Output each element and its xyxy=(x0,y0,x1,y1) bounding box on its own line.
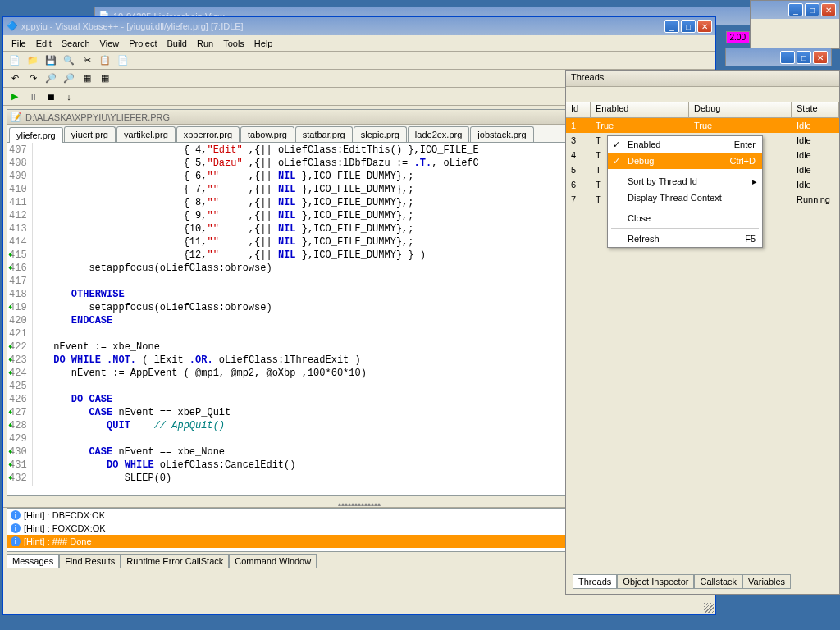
btab-find-results[interactable]: Find Results xyxy=(59,554,121,568)
menu-separator xyxy=(611,228,759,229)
line-gutter: 4074084094104114124134144154164174184194… xyxy=(7,143,33,486)
bg-close-button-2[interactable]: ✕ xyxy=(821,3,836,16)
cut-icon[interactable]: ✂ xyxy=(79,53,95,68)
search-next-icon[interactable]: 🔎 xyxy=(61,71,77,86)
threads-btab-object-inspector[interactable]: Object Inspector xyxy=(617,574,694,589)
file-icon: 📝 xyxy=(11,112,22,122)
run-icon[interactable]: ▶ xyxy=(7,89,23,104)
tool-icon-1[interactable]: ↶ xyxy=(7,71,23,86)
search-icon[interactable]: 🔎 xyxy=(43,71,59,86)
menu-edit[interactable]: Edit xyxy=(31,37,57,50)
bg-small-titlebar-2: _ □ ✕ xyxy=(726,48,831,66)
threads-btab-callstack[interactable]: Callstack xyxy=(694,574,742,589)
tab-yartikel-prg[interactable]: yartikel.prg xyxy=(116,126,176,142)
btab-messages[interactable]: Messages xyxy=(7,554,59,568)
cm-sort-by-thread-id[interactable]: Sort by Thread Id xyxy=(608,173,762,189)
tab-yiucrt-prg[interactable]: yiucrt.prg xyxy=(64,126,116,142)
tab-tabow-prg[interactable]: tabow.prg xyxy=(240,126,294,142)
threads-btab-variables[interactable]: Variables xyxy=(742,574,791,589)
tab-lade2ex-prg[interactable]: lade2ex.prg xyxy=(408,126,470,142)
tab-yliefer-prg[interactable]: yliefer.prg xyxy=(9,127,63,143)
main-close-button[interactable]: ✕ xyxy=(697,20,712,33)
cm-debug[interactable]: DebugCtrl+D xyxy=(608,153,762,169)
main-titlebar[interactable]: 🔷 xppyiu - Visual Xbase++ - [yiugui.dll/… xyxy=(3,17,715,35)
binoculars-icon[interactable]: 🔍 xyxy=(61,53,77,68)
col-enabled[interactable]: Enabled xyxy=(591,102,689,117)
info-icon: i xyxy=(11,536,21,546)
pause-icon[interactable]: ⏸ xyxy=(25,89,41,104)
menu-view[interactable]: View xyxy=(95,37,125,50)
menu-tools[interactable]: Tools xyxy=(218,37,249,50)
cm-display-thread-context[interactable]: Display Thread Context xyxy=(608,189,762,206)
menu-build[interactable]: Build xyxy=(162,37,192,50)
open-icon[interactable]: 📁 xyxy=(25,53,41,68)
copy-icon[interactable]: 📋 xyxy=(97,53,113,68)
bg-max-button[interactable]: □ xyxy=(805,3,819,16)
tab-xpperror-prg[interactable]: xpperror.prg xyxy=(176,126,240,142)
threads-header: Id Enabled Debug State xyxy=(566,102,839,118)
main-title: xppyiu - Visual Xbase++ - [yiugui.dll/yl… xyxy=(21,21,664,31)
bg-small-window-2: _ □ ✕ xyxy=(725,48,832,66)
toolbar-1: 📄 📁 💾 🔍 ✂ 📋 📄 xyxy=(3,52,715,70)
stop-icon[interactable]: ⏹ xyxy=(43,89,59,104)
new-file-icon[interactable]: 📄 xyxy=(7,53,23,68)
main-min-button[interactable]: _ xyxy=(664,20,679,33)
col-id[interactable]: Id xyxy=(566,102,591,117)
cm-close[interactable]: Close xyxy=(608,210,762,226)
cm-refresh[interactable]: RefreshF5 xyxy=(608,231,762,247)
menu-separator xyxy=(611,171,759,171)
resize-grip[interactable] xyxy=(704,603,714,613)
thread-context-menu: EnabledEnterDebugCtrl+DSort by Thread Id… xyxy=(607,135,763,248)
menu-run[interactable]: Run xyxy=(192,37,218,50)
menu-help[interactable]: Help xyxy=(249,37,278,50)
app-icon: 🔷 xyxy=(7,21,18,32)
info-icon: i xyxy=(11,523,21,533)
doc-path: D:\ALASKA\XPPYIU\YLIEFER.PRG xyxy=(25,112,170,122)
threads-bottom-tabs: ThreadsObject InspectorCallstackVariable… xyxy=(573,574,833,589)
step-icon[interactable]: ↓ xyxy=(61,89,77,104)
bg-min-button-2[interactable]: _ xyxy=(780,51,795,64)
btab-command-window[interactable]: Command Window xyxy=(229,554,317,568)
col-debug[interactable]: Debug xyxy=(689,102,792,117)
bg-small-window-1: _ □ ✕ xyxy=(750,0,840,49)
tool-icon-6[interactable]: ▦ xyxy=(97,71,113,86)
menubar: FileEditSearchViewProjectBuildRunToolsHe… xyxy=(3,35,715,52)
tool-icon-2[interactable]: ↷ xyxy=(25,71,41,86)
bg-min-button[interactable]: _ xyxy=(788,3,803,16)
tool-icon-5[interactable]: ▦ xyxy=(79,71,95,86)
main-max-button[interactable]: □ xyxy=(681,20,696,33)
info-icon: i xyxy=(11,510,21,520)
menu-file[interactable]: File xyxy=(7,37,31,50)
bg-close-button-3[interactable]: ✕ xyxy=(813,51,828,64)
thread-row[interactable]: 1TrueTrueIdle xyxy=(566,118,839,133)
indicator-badge: 2.00 xyxy=(726,31,750,43)
tab-slepic-prg[interactable]: slepic.prg xyxy=(354,126,407,142)
statusbar xyxy=(3,600,715,614)
tab-jobstack-prg[interactable]: jobstack.prg xyxy=(470,126,533,142)
bg-small-titlebar: _ □ ✕ xyxy=(751,1,839,19)
tab-statbar-prg[interactable]: statbar.prg xyxy=(295,126,353,142)
save-icon[interactable]: 💾 xyxy=(43,53,59,68)
menu-separator xyxy=(611,208,759,208)
btab-runtime-error-callstack[interactable]: Runtime Error CallStack xyxy=(121,554,229,568)
threads-title[interactable]: Threads xyxy=(566,71,839,87)
bg-max-button-2[interactable]: □ xyxy=(797,51,811,64)
col-state[interactable]: State xyxy=(792,102,839,117)
threads-btab-threads[interactable]: Threads xyxy=(573,574,617,589)
menu-project[interactable]: Project xyxy=(124,37,162,50)
menu-search[interactable]: Search xyxy=(57,37,95,50)
paste-icon[interactable]: 📄 xyxy=(115,53,131,68)
cm-enabled[interactable]: EnabledEnter xyxy=(608,136,762,153)
